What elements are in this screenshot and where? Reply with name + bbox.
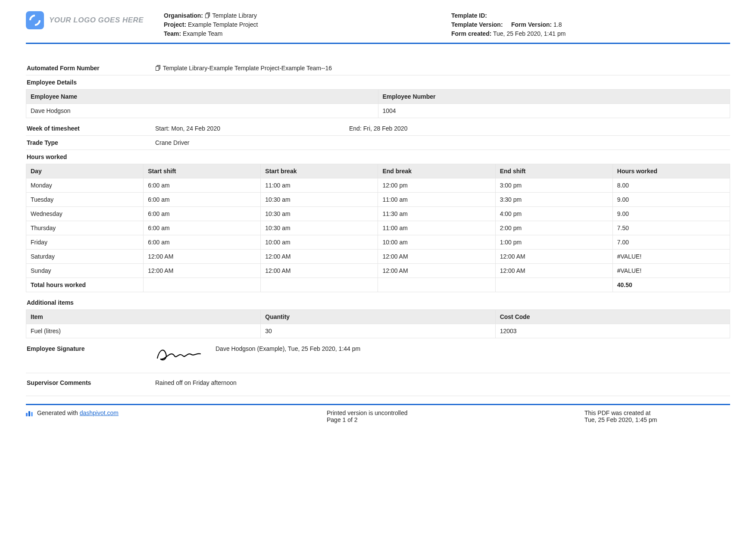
table-cell: 12:00 AM (144, 264, 261, 278)
table-cell: 2:00 pm (495, 221, 612, 235)
additional-items-table: ItemQuantityCost Code Fuel (litres)30120… (26, 309, 730, 338)
table-cell (378, 278, 495, 292)
table-cell: Thursday (26, 221, 144, 235)
table-cell (261, 278, 378, 292)
emp-number-header: Employee Number (378, 90, 730, 104)
table-row: Saturday12:00 AM12:00 AM12:00 AM12:00 AM… (26, 250, 730, 264)
table-cell: 10:30 am (261, 221, 378, 235)
form-number-value: 🗍 Template Library-Example Template Proj… (155, 65, 730, 72)
team-label: Team: (164, 30, 181, 37)
table-cell: Saturday (26, 250, 144, 264)
form-number-row: Automated Form Number 🗍 Template Library… (26, 61, 730, 75)
table-header-row: Employee Name Employee Number (26, 90, 730, 104)
signature-meta: Dave Hodgson (Example), Tue, 25 Feb 2020… (216, 345, 360, 352)
generated-text: Generated with (37, 409, 80, 416)
emp-name-value: Dave Hodgson (26, 104, 378, 118)
table-cell: 1:00 pm (495, 235, 612, 250)
table-cell: 11:00 am (378, 193, 495, 207)
table-row: Thursday6:00 am10:30 am11:00 am2:00 pm7.… (26, 221, 730, 235)
trade-label: Trade Type (26, 139, 155, 146)
table-cell (144, 278, 261, 292)
table-cell: 12:00 AM (495, 264, 612, 278)
table-cell: 30 (261, 324, 495, 338)
table-cell: 7.00 (612, 235, 730, 250)
table-cell: 12:00 AM (495, 250, 612, 264)
week-label: Week of timesheet (26, 125, 155, 132)
signature-label: Employee Signature (26, 345, 155, 352)
logo-icon (26, 11, 44, 29)
dashpivot-link[interactable]: dashpivot.com (80, 409, 119, 416)
table-cell: 12:00 AM (378, 250, 495, 264)
table-cell: 11:00 am (261, 178, 378, 193)
table-row: Monday6:00 am11:00 am12:00 pm3:00 pm8.00 (26, 178, 730, 193)
divider (26, 396, 730, 396)
emp-number-value: 1004 (378, 104, 730, 118)
supervisor-label: Supervisor Comments (26, 379, 155, 386)
table-cell: 6:00 am (144, 178, 261, 193)
pdf-created-value: Tue, 25 Feb 2020, 1:45 pm (584, 416, 730, 423)
table-col-header: End shift (495, 164, 612, 178)
form-created-label: Form created: (451, 30, 491, 37)
signature-icon (155, 345, 203, 362)
table-cell: 6:00 am (144, 193, 261, 207)
team-value: Example Team (183, 30, 222, 37)
table-cell: 40.50 (612, 278, 730, 292)
logo-block: YOUR LOGO GOES HERE (26, 11, 155, 29)
hours-heading: Hours worked (26, 150, 730, 163)
footer-left: Generated with dashpivot.com (26, 409, 172, 416)
table-cell: 12:00 AM (378, 264, 495, 278)
table-col-header: Start break (261, 164, 378, 178)
form-version-label: Form Version: (511, 21, 552, 28)
table-cell: 8.00 (612, 178, 730, 193)
hours-table: DayStart shiftStart breakEnd breakEnd sh… (26, 164, 730, 292)
table-row: Tuesday6:00 am10:30 am11:00 am3:30 pm9.0… (26, 193, 730, 207)
bars-icon (26, 410, 33, 416)
table-cell: Monday (26, 178, 144, 193)
document-header: YOUR LOGO GOES HERE Organisation: 🗍 Temp… (26, 11, 730, 43)
footer-center: Printed version is uncontrolled Page 1 o… (180, 409, 472, 423)
table-col-header: Cost Code (495, 310, 730, 324)
supervisor-row: Supervisor Comments Rained off on Friday… (26, 373, 730, 396)
uncontrolled-text: Printed version is uncontrolled (327, 409, 472, 416)
org-label: Organisation: (164, 12, 203, 19)
supervisor-value: Rained off on Friday afternoon (155, 379, 730, 386)
table-cell: 9.00 (612, 193, 730, 207)
week-row: Week of timesheet Start: Mon, 24 Feb 202… (26, 122, 730, 135)
table-cell: 6:00 am (144, 207, 261, 221)
trade-row: Trade Type Crane Driver (26, 136, 730, 150)
table-cell: #VALUE! (612, 250, 730, 264)
table-cell: #VALUE! (612, 264, 730, 278)
table-col-header: End break (378, 164, 495, 178)
table-cell: 12:00 pm (378, 178, 495, 193)
table-cell: 9.00 (612, 207, 730, 221)
table-col-header: Day (26, 164, 144, 178)
table-cell: Total hours worked (26, 278, 144, 292)
table-cell (495, 278, 612, 292)
footer-rule (26, 404, 730, 405)
signature-row: Employee Signature Dave Hodgson (Example… (26, 342, 730, 373)
header-meta-left: Organisation: 🗍 Template Library Project… (164, 11, 443, 38)
template-id-label: Template ID: (451, 12, 487, 19)
total-row: Total hours worked40.50 (26, 278, 730, 292)
trade-value: Crane Driver (155, 139, 730, 146)
table-cell: 12:00 AM (261, 264, 378, 278)
template-version-label: Template Version: (451, 21, 503, 28)
table-row: Dave Hodgson 1004 (26, 104, 730, 118)
table-cell: 10:30 am (261, 207, 378, 221)
table-header-row: DayStart shiftStart breakEnd breakEnd sh… (26, 164, 730, 178)
emp-name-header: Employee Name (26, 90, 378, 104)
project-value: Example Template Project (188, 21, 258, 28)
header-meta-right: Template ID: Template Version: Form Vers… (451, 11, 730, 38)
table-cell: 6:00 am (144, 221, 261, 235)
table-cell: 4:00 pm (495, 207, 612, 221)
table-header-row: ItemQuantityCost Code (26, 310, 730, 324)
table-cell: Tuesday (26, 193, 144, 207)
pdf-created-label: This PDF was created at (584, 409, 730, 416)
table-cell: 12:00 AM (144, 250, 261, 264)
table-cell: Sunday (26, 264, 144, 278)
table-cell: 11:00 am (378, 221, 495, 235)
table-col-header: Quantity (261, 310, 495, 324)
form-version-value: 1.8 (553, 21, 562, 28)
week-start: Start: Mon, 24 Feb 2020 (155, 125, 349, 132)
table-row: Fuel (litres)3012003 (26, 324, 730, 338)
